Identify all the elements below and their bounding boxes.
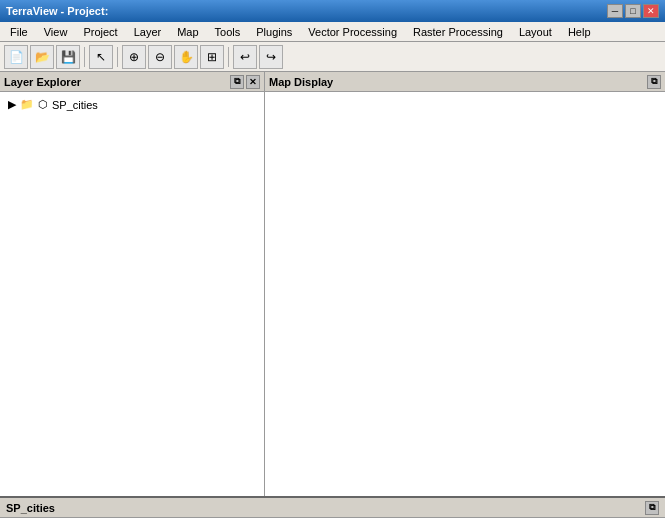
layer-label: SP_cities xyxy=(52,99,98,111)
zoom-in-button[interactable]: ⊕ xyxy=(122,45,146,69)
layer-item-sp-cities[interactable]: ▶ 📁 ⬡ SP_cities xyxy=(4,96,260,113)
zoom-out-button[interactable]: ⊖ xyxy=(148,45,172,69)
window-title: TerraView - Project: xyxy=(6,5,108,17)
menu-map[interactable]: Map xyxy=(169,22,206,41)
menu-help[interactable]: Help xyxy=(560,22,599,41)
toolbar: 📄 📂 💾 ↖ ⊕ ⊖ ✋ ⊞ ↩ ↪ xyxy=(0,42,665,72)
zoom-extent-button[interactable]: ⊞ xyxy=(200,45,224,69)
layer-explorer-title: Layer Explorer xyxy=(4,76,81,88)
title-bar: TerraView - Project: ─ □ ✕ xyxy=(0,0,665,22)
redo-button[interactable]: ↪ xyxy=(259,45,283,69)
menu-project[interactable]: Project xyxy=(75,22,125,41)
menu-vector-processing[interactable]: Vector Processing xyxy=(300,22,405,41)
table-section: SP_cities ⧉ SIGLAUF POPULACA POPHOMEN PO… xyxy=(0,496,665,518)
new-button[interactable]: 📄 xyxy=(4,45,28,69)
menu-tools[interactable]: Tools xyxy=(207,22,249,41)
table-title: SP_cities xyxy=(6,502,55,514)
save-button[interactable]: 💾 xyxy=(56,45,80,69)
left-panel: Layer Explorer ⧉ ✕ ▶ 📁 ⬡ SP_cities xyxy=(0,72,265,496)
maximize-button[interactable]: □ xyxy=(625,4,641,18)
map-display-title: Map Display xyxy=(269,76,333,88)
layer-explorer-content: ▶ 📁 ⬡ SP_cities xyxy=(0,92,264,496)
menu-layer[interactable]: Layer xyxy=(126,22,170,41)
toolbar-sep-2 xyxy=(117,47,118,67)
menu-bar: File View Project Layer Map Tools Plugin… xyxy=(0,22,665,42)
table-header: SP_cities ⧉ xyxy=(0,498,665,518)
map-display-controls: ⧉ xyxy=(647,75,661,89)
table-float-button[interactable]: ⧉ xyxy=(645,501,659,515)
open-button[interactable]: 📂 xyxy=(30,45,54,69)
select-button[interactable]: ↖ xyxy=(89,45,113,69)
map-display-content xyxy=(265,92,665,496)
map-float-button[interactable]: ⧉ xyxy=(647,75,661,89)
undo-button[interactable]: ↩ xyxy=(233,45,257,69)
main-area: Layer Explorer ⧉ ✕ ▶ 📁 ⬡ SP_cities Map D… xyxy=(0,72,665,496)
minimize-button[interactable]: ─ xyxy=(607,4,623,18)
layer-explorer-header: Layer Explorer ⧉ ✕ xyxy=(0,72,264,92)
right-panel: Map Display ⧉ xyxy=(265,72,665,496)
close-button[interactable]: ✕ xyxy=(643,4,659,18)
layer-explorer-float-button[interactable]: ⧉ xyxy=(230,75,244,89)
layer-explorer-controls: ⧉ ✕ xyxy=(230,75,260,89)
layer-folder-icon: 📁 xyxy=(20,98,34,111)
window-controls: ─ □ ✕ xyxy=(607,4,659,18)
layer-vector-icon: ⬡ xyxy=(38,98,48,111)
layer-explorer-close-button[interactable]: ✕ xyxy=(246,75,260,89)
table-header-controls: ⧉ xyxy=(645,501,659,515)
toolbar-sep-3 xyxy=(228,47,229,67)
menu-raster-processing[interactable]: Raster Processing xyxy=(405,22,511,41)
menu-plugins[interactable]: Plugins xyxy=(248,22,300,41)
layer-expand-icon: ▶ xyxy=(8,98,16,111)
menu-file[interactable]: File xyxy=(2,22,36,41)
toolbar-sep-1 xyxy=(84,47,85,67)
map-display-header: Map Display ⧉ xyxy=(265,72,665,92)
pan-button[interactable]: ✋ xyxy=(174,45,198,69)
menu-view[interactable]: View xyxy=(36,22,76,41)
menu-layout[interactable]: Layout xyxy=(511,22,560,41)
